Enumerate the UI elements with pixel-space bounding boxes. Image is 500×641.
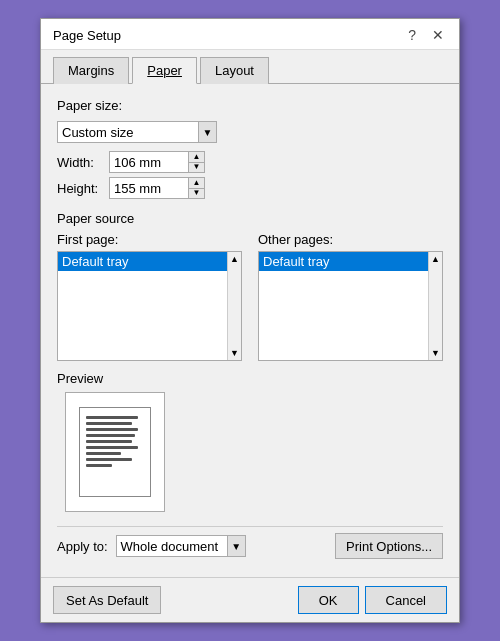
page-setup-dialog: Page Setup ? ✕ Margins Paper Layout Pape… — [40, 18, 460, 623]
close-button[interactable]: ✕ — [429, 27, 447, 43]
ok-button[interactable]: OK — [298, 586, 359, 614]
first-page-item-default-tray[interactable]: Default tray — [58, 252, 241, 271]
height-spin-up[interactable]: ▲ — [189, 178, 204, 189]
first-page-listbox[interactable]: Default tray ▲ ▼ — [57, 251, 242, 361]
height-spinner[interactable]: ▲ ▼ — [189, 177, 205, 199]
tab-margins[interactable]: Margins — [53, 57, 129, 84]
preview-line-3 — [86, 428, 138, 431]
paper-source-label: Paper source — [57, 211, 443, 226]
height-spin-down[interactable]: ▼ — [189, 189, 204, 199]
other-pages-label: Other pages: — [258, 232, 443, 247]
other-pages-col: Other pages: Default tray ▲ ▼ — [258, 232, 443, 361]
source-columns: First page: Default tray ▲ ▼ Other pages… — [57, 232, 443, 361]
height-input[interactable]: 155 mm — [109, 177, 189, 199]
other-scroll-down-arrow[interactable]: ▼ — [429, 346, 443, 360]
width-spinner[interactable]: ▲ ▼ — [189, 151, 205, 173]
preview-section: Preview — [57, 371, 443, 512]
bottom-right-buttons: OK Cancel — [292, 586, 447, 614]
help-button[interactable]: ? — [405, 27, 419, 43]
tab-layout[interactable]: Layout — [200, 57, 269, 84]
height-row: Height: 155 mm ▲ ▼ — [57, 177, 443, 199]
cancel-button[interactable]: Cancel — [365, 586, 447, 614]
tab-paper[interactable]: Paper — [132, 57, 197, 84]
paper-source-section: Paper source First page: Default tray ▲ … — [57, 211, 443, 361]
preview-label: Preview — [57, 371, 443, 386]
apply-row: Apply to: Whole document ▼ Print Options… — [57, 526, 443, 567]
other-pages-listbox[interactable]: Default tray ▲ ▼ — [258, 251, 443, 361]
first-page-label: First page: — [57, 232, 242, 247]
scroll-down-arrow[interactable]: ▼ — [228, 346, 242, 360]
set-as-default-button[interactable]: Set As Default — [53, 586, 161, 614]
other-scroll-up-arrow[interactable]: ▲ — [429, 252, 443, 266]
print-options-button[interactable]: Print Options... — [335, 533, 443, 559]
width-row: Width: 106 mm ▲ ▼ — [57, 151, 443, 173]
width-spin-down[interactable]: ▼ — [189, 163, 204, 173]
apply-to-value: Whole document — [121, 539, 241, 554]
apply-left: Apply to: Whole document ▼ — [57, 535, 246, 557]
apply-to-label: Apply to: — [57, 539, 108, 554]
first-page-scrollbar: ▲ ▼ — [227, 252, 241, 360]
height-label: Height: — [57, 181, 109, 196]
preview-line-5 — [86, 440, 132, 443]
preview-line-8 — [86, 458, 132, 461]
width-label: Width: — [57, 155, 109, 170]
apply-to-dropdown-arrow: ▼ — [227, 536, 245, 556]
bottom-bar: Set As Default OK Cancel — [41, 577, 459, 622]
preview-line-2 — [86, 422, 132, 425]
tabs-bar: Margins Paper Layout — [41, 50, 459, 84]
dialog-title: Page Setup — [53, 28, 121, 43]
width-input[interactable]: 106 mm — [109, 151, 189, 173]
scroll-up-arrow[interactable]: ▲ — [228, 252, 242, 266]
content-area: Paper size: Custom size ▼ Width: 106 mm … — [41, 84, 459, 577]
paper-size-dropdown[interactable]: Custom size ▼ — [57, 121, 217, 143]
other-pages-scrollbar: ▲ ▼ — [428, 252, 442, 360]
first-page-col: First page: Default tray ▲ ▼ — [57, 232, 242, 361]
preview-line-6 — [86, 446, 138, 449]
paper-size-value: Custom size — [62, 125, 212, 140]
paper-size-label: Paper size: — [57, 98, 443, 113]
other-pages-item-default-tray[interactable]: Default tray — [259, 252, 442, 271]
preview-line-1 — [86, 416, 138, 419]
width-spin-up[interactable]: ▲ — [189, 152, 204, 163]
preview-page — [79, 407, 151, 497]
apply-to-dropdown[interactable]: Whole document ▼ — [116, 535, 246, 557]
preview-line-4 — [86, 434, 135, 437]
title-bar-controls: ? ✕ — [405, 27, 447, 43]
preview-box — [65, 392, 165, 512]
paper-size-dropdown-arrow: ▼ — [198, 122, 216, 142]
preview-line-7 — [86, 452, 121, 455]
preview-line-9 — [86, 464, 112, 467]
title-bar: Page Setup ? ✕ — [41, 19, 459, 50]
